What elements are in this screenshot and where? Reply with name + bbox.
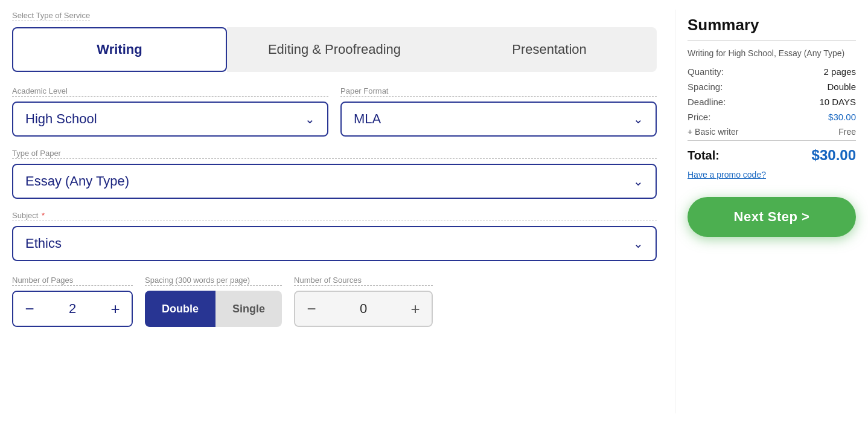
type-of-paper-select[interactable]: Essay (Any Type) ⌄ <box>12 164 657 199</box>
pages-value: 2 <box>46 301 99 317</box>
paper-format-select[interactable]: MLA ⌄ <box>340 102 657 137</box>
sources-value: 0 <box>328 301 399 317</box>
pages-label: Number of Pages <box>12 276 133 286</box>
bottom-controls-row: Number of Pages − 2 + Spacing (300 words… <box>12 276 657 327</box>
tab-writing[interactable]: Writing <box>12 27 227 72</box>
summary-title: Summary <box>688 16 856 34</box>
sources-decrement-button[interactable]: − <box>295 292 328 326</box>
summary-quantity-value: 2 pages <box>824 66 856 77</box>
type-of-paper-group: Type of Paper Essay (Any Type) ⌄ <box>12 149 657 199</box>
academic-level-label: Academic Level <box>12 86 328 97</box>
academic-level-group: Academic Level High School ⌄ <box>12 86 328 137</box>
academic-level-select[interactable]: High School ⌄ <box>12 102 328 137</box>
academic-paper-row: Academic Level High School ⌄ Paper Forma… <box>12 86 657 137</box>
spacing-single-button[interactable]: Single <box>215 291 282 327</box>
total-label: Total: <box>688 149 720 163</box>
spacing-group: Spacing (300 words per page) Double Sing… <box>145 276 282 327</box>
basic-writer-label: + Basic writer <box>688 127 738 137</box>
service-type-section: Select Type of Service Writing Editing &… <box>12 10 657 72</box>
paper-format-chevron-icon: ⌄ <box>633 112 643 126</box>
summary-total-row: Total: $30.00 <box>688 140 856 164</box>
sources-increment-button[interactable]: + <box>399 292 432 326</box>
subject-value: Ethics <box>25 236 62 251</box>
summary-deadline-label: Deadline: <box>688 97 726 107</box>
summary-spacing-row: Spacing: Double <box>688 82 856 92</box>
sources-stepper: − 0 + <box>294 291 433 327</box>
paper-format-group: Paper Format MLA ⌄ <box>340 86 657 137</box>
subject-label: Subject * <box>12 211 657 221</box>
total-value: $30.00 <box>812 147 856 164</box>
subject-required-mark: * <box>39 211 45 220</box>
service-type-label: Select Type of Service <box>12 11 90 21</box>
sources-group: Number of Sources − 0 + <box>294 276 433 327</box>
type-of-paper-value: Essay (Any Type) <box>25 173 129 189</box>
service-tabs: Writing Editing & Proofreading Presentat… <box>12 27 657 72</box>
summary-divider <box>688 40 856 41</box>
pages-decrement-button[interactable]: − <box>13 292 46 326</box>
academic-level-value: High School <box>25 111 97 127</box>
main-form: Select Type of Service Writing Editing &… <box>12 10 663 413</box>
summary-price-value: $30.00 <box>828 112 856 122</box>
paper-format-label: Paper Format <box>340 86 657 97</box>
summary-basic-writer-row: + Basic writer Free <box>688 127 856 137</box>
tab-presentation[interactable]: Presentation <box>442 27 657 72</box>
summary-deadline-row: Deadline: 10 DAYS <box>688 97 856 107</box>
summary-spacing-label: Spacing: <box>688 82 723 92</box>
summary-price-row: Price: $30.00 <box>688 112 856 122</box>
summary-spacing-value: Double <box>827 82 856 92</box>
subject-group: Subject * Ethics ⌄ <box>12 211 657 261</box>
type-of-paper-label: Type of Paper <box>12 149 657 159</box>
pages-stepper: − 2 + <box>12 291 133 327</box>
type-of-paper-chevron-icon: ⌄ <box>633 174 643 189</box>
pages-increment-button[interactable]: + <box>99 292 132 326</box>
sources-label: Number of Sources <box>294 276 433 286</box>
spacing-double-button[interactable]: Double <box>145 291 215 327</box>
summary-quantity-row: Quantity: 2 pages <box>688 66 856 77</box>
spacing-buttons: Double Single <box>145 291 282 327</box>
subject-chevron-icon: ⌄ <box>633 236 643 251</box>
summary-deadline-value: 10 DAYS <box>819 97 856 107</box>
next-step-button[interactable]: Next Step > <box>688 197 856 237</box>
paper-format-value: MLA <box>354 111 381 127</box>
promo-code-link[interactable]: Have a promo code? <box>688 170 766 179</box>
spacing-label: Spacing (300 words per page) <box>145 276 282 286</box>
subject-select[interactable]: Ethics ⌄ <box>12 226 657 261</box>
academic-level-chevron-icon: ⌄ <box>305 112 315 126</box>
pages-group: Number of Pages − 2 + <box>12 276 133 327</box>
page-layout: Select Type of Service Writing Editing &… <box>0 0 868 423</box>
summary-quantity-label: Quantity: <box>688 66 724 77</box>
tab-editing[interactable]: Editing & Proofreading <box>227 27 442 72</box>
summary-price-label: Price: <box>688 112 710 122</box>
summary-sidebar: Summary Writing for High School, Essay (… <box>675 10 856 413</box>
summary-description: Writing for High School, Essay (Any Type… <box>688 48 856 58</box>
basic-writer-value: Free <box>838 127 856 137</box>
